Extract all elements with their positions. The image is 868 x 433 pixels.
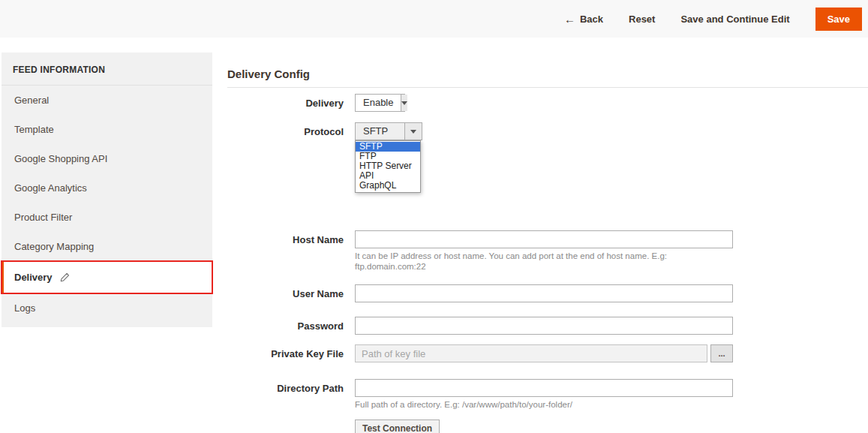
private-key-file-row: Private Key File ... (227, 344, 868, 362)
user-name-label: User Name (227, 284, 355, 302)
private-key-file-label: Private Key File (227, 344, 355, 362)
delivery-row: Delivery Enable (227, 94, 868, 112)
host-name-input[interactable] (355, 230, 733, 248)
page-title: Delivery Config (227, 68, 868, 88)
sidebar-item-google-analytics[interactable]: Google Analytics (2, 173, 212, 203)
top-toolbar: ← Back Reset Save and Continue Edit Save (0, 0, 868, 38)
back-button[interactable]: ← Back (564, 13, 603, 26)
back-arrow-icon: ← (564, 13, 575, 26)
password-input[interactable] (355, 317, 733, 335)
protocol-select-value: SFTP (356, 123, 395, 140)
protocol-dropdown-list: SFTP FTP HTTP Server API GraphQL (355, 140, 421, 193)
save-and-continue-button[interactable]: Save and Continue Edit (680, 14, 789, 25)
test-connection-button[interactable]: Test Connection (355, 419, 440, 433)
sidebar-item-product-filter[interactable]: Product Filter (2, 203, 212, 232)
private-key-file-input[interactable] (355, 344, 707, 362)
protocol-row: Protocol SFTP SFTP FTP HTTP Server API G… (227, 122, 868, 140)
chevron-down-icon[interactable] (404, 123, 422, 140)
feed-information-sidebar: FEED INFORMATION General Template Google… (2, 53, 212, 327)
back-button-label: Back (580, 14, 603, 25)
directory-path-label: Directory Path (227, 379, 355, 410)
test-connection-row: Test Connection (227, 419, 868, 433)
protocol-option-graphql[interactable]: GraphQL (356, 181, 420, 191)
protocol-select[interactable]: SFTP (355, 122, 422, 140)
host-name-label: Host Name (227, 230, 355, 272)
delivery-select-value: Enable (356, 95, 401, 111)
sidebar-header: FEED INFORMATION (2, 53, 212, 86)
reset-button[interactable]: Reset (629, 14, 655, 25)
directory-path-input[interactable] (355, 379, 733, 397)
directory-path-row: Directory Path Full path of a directory.… (227, 379, 868, 410)
delivery-select[interactable]: Enable (355, 94, 405, 112)
directory-path-hint: Full path of a directory. E.g: /var/www/… (355, 399, 733, 410)
password-row: Password (227, 317, 868, 335)
sidebar-item-delivery[interactable]: Delivery (2, 261, 212, 293)
delivery-label: Delivery (227, 94, 355, 112)
user-name-row: User Name (227, 284, 868, 302)
sidebar-item-category-mapping[interactable]: Category Mapping (2, 232, 212, 261)
sidebar-item-template[interactable]: Template (2, 115, 212, 144)
edit-pencil-icon (60, 272, 70, 282)
sidebar-item-logs[interactable]: Logs (2, 293, 212, 323)
host-name-hint: It can be IP address or host name. You c… (355, 251, 733, 272)
host-name-row: Host Name It can be IP address or host n… (227, 230, 868, 272)
protocol-label: Protocol (227, 122, 355, 140)
save-and-continue-label: Save and Continue Edit (680, 14, 789, 25)
password-label: Password (227, 317, 355, 335)
delivery-config-panel: Delivery Config Delivery Enable Protocol… (227, 38, 868, 433)
sidebar-item-general[interactable]: General (2, 86, 212, 115)
browse-file-button[interactable]: ... (710, 344, 733, 362)
chevron-down-icon[interactable] (401, 95, 407, 111)
user-name-input[interactable] (355, 284, 733, 302)
save-button[interactable]: Save (815, 8, 862, 31)
reset-button-label: Reset (629, 14, 655, 25)
sidebar-item-delivery-label: Delivery (14, 272, 53, 283)
sidebar-item-google-shopping-api[interactable]: Google Shopping API (2, 144, 212, 173)
